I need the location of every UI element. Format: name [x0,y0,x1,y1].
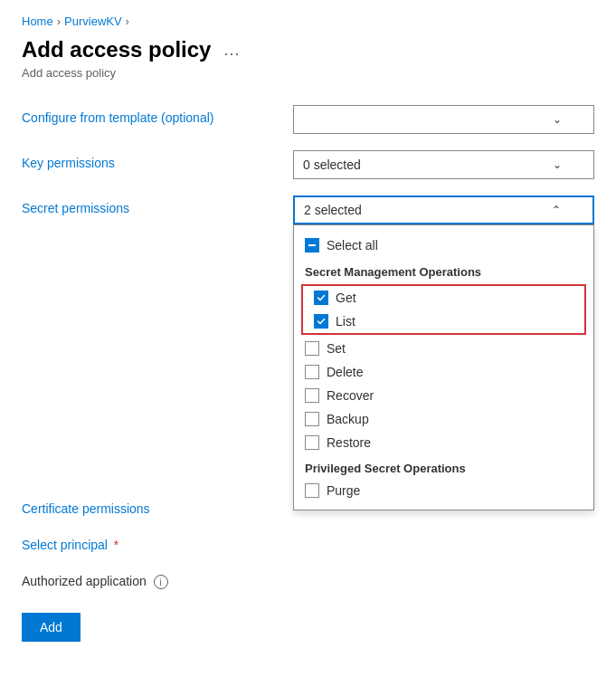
key-permissions-link[interactable]: Key permissions [22,156,115,170]
checkbox-row-backup[interactable]: Backup [294,407,593,431]
key-permissions-dropdown[interactable]: 0 selected ⌄ [293,150,594,179]
configure-template-label: Configure from template (optional) [22,105,293,125]
secret-permissions-label: Secret permissions [22,195,293,215]
label-get: Get [336,291,356,305]
info-icon[interactable]: i [154,575,168,589]
key-permissions-chevron-icon: ⌄ [548,158,566,171]
label-delete: Delete [327,365,363,379]
certificate-permissions-label: Certificate permissions [22,496,293,516]
breadcrumb-sep-1: › [57,14,61,28]
breadcrumb-home[interactable]: Home [22,14,53,28]
page-title-container: Add access policy ... [22,37,594,62]
checkbox-backup[interactable] [305,412,319,426]
checkbox-get[interactable] [314,291,328,305]
form-section: Configure from template (optional) ⌄ Key… [22,105,594,642]
add-button-row: Add [22,605,594,642]
select-principal-link[interactable]: Select principal [22,538,108,552]
configure-template-link[interactable]: Configure from template (optional) [22,110,213,125]
section1-header: Secret Management Operations [294,258,593,282]
breadcrumb-resource[interactable]: PurviewKV [64,14,122,28]
secret-permissions-dropdown-wrapper: 2 selected ⌃ Select all Secret Managemen… [293,195,594,224]
label-backup: Backup [327,412,369,426]
label-recover: Recover [327,388,374,403]
secret-permissions-link[interactable]: Secret permissions [22,201,129,215]
configure-template-dropdown[interactable]: ⌄ [293,105,594,134]
select-all-label: Select all [327,238,378,253]
select-all-checkbox[interactable] [305,238,319,253]
required-star: * [114,538,118,552]
checkbox-restore[interactable] [305,435,319,450]
secret-permissions-dropdown[interactable]: 2 selected ⌃ [293,195,594,224]
authorized-app-text: Authorized application [22,574,147,588]
checkbox-set[interactable] [305,341,319,356]
checkbox-row-recover[interactable]: Recover [294,384,593,407]
highlighted-group: Get List [301,284,586,335]
dropdown-panel-inner: Select all Secret Management Operations … [294,225,593,510]
key-permissions-dropdown-wrapper: 0 selected ⌄ [293,150,594,179]
checkbox-row-list[interactable]: List [303,310,584,333]
checkbox-recover[interactable] [305,388,319,403]
key-permissions-label: Key permissions [22,150,293,170]
select-principal-row: Select principal * [22,532,594,552]
checkbox-purge[interactable] [305,483,319,498]
label-restore: Restore [327,435,371,450]
select-all-row[interactable]: Select all [294,233,593,258]
label-set: Set [327,341,346,356]
ellipsis-button[interactable]: ... [220,39,243,62]
key-permissions-row: Key permissions 0 selected ⌄ [22,150,594,179]
page-title: Add access policy [22,37,211,62]
key-permissions-value: 0 selected [303,157,361,172]
section2-header: Privileged Secret Operations [294,454,593,479]
secret-permissions-value: 2 selected [304,203,362,217]
svg-rect-0 [308,244,316,246]
secret-permissions-chevron-icon: ⌃ [547,204,565,216]
configure-chevron-icon: ⌄ [548,113,566,126]
checkbox-list[interactable] [314,314,328,329]
secret-permissions-panel: Select all Secret Management Operations … [293,224,594,510]
secret-permissions-row: Secret permissions 2 selected ⌃ Select a… [22,195,594,224]
configure-template-dropdown-wrapper: ⌄ [293,105,594,134]
add-button[interactable]: Add [22,613,81,642]
label-list: List [336,314,355,329]
configure-template-row: Configure from template (optional) ⌄ [22,105,594,134]
checkbox-row-get[interactable]: Get [303,286,584,310]
page-subtitle: Add access policy [22,66,594,80]
authorized-app-label: Authorized application i [22,568,293,589]
label-purge: Purge [327,483,360,498]
checkbox-row-purge[interactable]: Purge [294,479,593,502]
authorized-app-row: Authorized application i [22,568,594,589]
checkbox-row-delete[interactable]: Delete [294,360,593,384]
checkbox-row-restore[interactable]: Restore [294,431,593,454]
checkbox-row-set[interactable]: Set [294,337,593,360]
breadcrumb-sep-2: › [126,14,129,28]
certificate-permissions-link[interactable]: Certificate permissions [22,501,150,516]
checkbox-delete[interactable] [305,365,319,379]
breadcrumb: Home › PurviewKV › [22,14,594,28]
select-principal-label: Select principal * [22,532,293,552]
